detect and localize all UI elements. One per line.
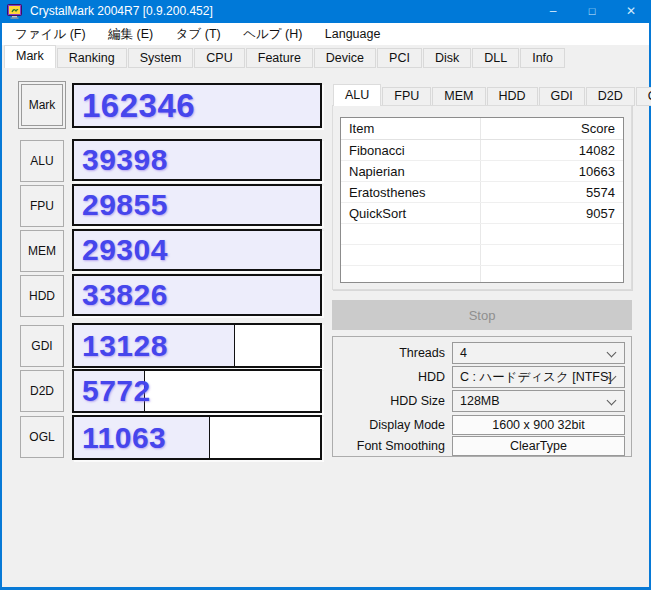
maximize-button[interactable]: □	[572, 0, 612, 23]
tab-dll[interactable]: DLL	[472, 48, 519, 68]
d2d-score-value: 5772	[82, 374, 151, 408]
font-smoothing-button[interactable]: ClearType	[452, 436, 625, 456]
display-mode-label: Display Mode	[333, 415, 445, 435]
row-item: Napierian	[349, 164, 405, 179]
font-smoothing-row: Font Smoothing ClearType	[333, 436, 631, 456]
minimize-button[interactable]: –	[533, 0, 573, 23]
row-score: 10663	[579, 164, 615, 179]
hdd-select[interactable]: C : ハードディスク [NTFS]	[452, 366, 625, 388]
menu-bar: ファイル (F) 編集 (E) タブ (T) ヘルプ (H) Language	[0, 23, 651, 45]
table-row[interactable]: QuickSort 9057	[341, 203, 623, 224]
mark-score-value: 162346	[82, 87, 195, 125]
mark-button-frame: Mark	[18, 81, 66, 129]
alu-score-box: 39398	[72, 139, 322, 181]
fpu-run-button[interactable]: FPU	[20, 185, 64, 227]
title-bar: CrystalMark 2004R7 [0.9.200.452] – □ ✕	[0, 0, 651, 23]
result-table: Item Score Fibonacci 14082 Napierian 106…	[340, 117, 624, 283]
mem-score-box: 29304	[72, 229, 322, 271]
ogl-score-value: 11063	[82, 421, 166, 455]
tab-disk[interactable]: Disk	[423, 48, 471, 68]
table-row-empty	[341, 224, 623, 245]
stop-button[interactable]: Stop	[332, 300, 632, 330]
hdd-run-button[interactable]: HDD	[20, 275, 64, 317]
tab-pci[interactable]: PCI	[377, 48, 422, 68]
detail-tab-strip: ALU FPU MEM HDD GDI D2D OGL	[333, 84, 651, 106]
hdd-score-value: 33826	[82, 278, 168, 312]
detail-tab-alu[interactable]: ALU	[333, 84, 381, 106]
app-icon	[7, 4, 24, 19]
threads-select[interactable]: 4	[452, 342, 625, 364]
main-tab-strip: Mark Ranking System CPU Feature Device P…	[2, 46, 649, 68]
mark-run-button[interactable]: Mark	[21, 84, 63, 126]
table-row[interactable]: Fibonacci 14082	[341, 140, 623, 161]
hdd-row: HDD C : ハードディスク [NTFS]	[333, 366, 631, 388]
detail-tab-gdi[interactable]: GDI	[539, 87, 585, 106]
tab-feature[interactable]: Feature	[246, 48, 313, 68]
hdd-label: HDD	[333, 366, 445, 388]
table-row[interactable]: Eratosthenes 5574	[341, 182, 623, 203]
table-row[interactable]: Napierian 10663	[341, 161, 623, 182]
tab-mark[interactable]: Mark	[4, 45, 56, 68]
menu-tab[interactable]: タブ (T)	[167, 23, 230, 45]
hdd-size-row: HDD Size 128MB	[333, 390, 631, 412]
threads-label: Threads	[333, 342, 445, 364]
alu-run-button[interactable]: ALU	[20, 140, 64, 182]
column-header-score: Score	[581, 121, 615, 136]
hdd-value: C : ハードディスク [NTFS]	[460, 370, 612, 384]
mem-run-button[interactable]: MEM	[20, 230, 64, 272]
hdd-size-select[interactable]: 128MB	[452, 390, 625, 412]
row-score: 9057	[586, 206, 615, 221]
gdi-score-box: 13128	[72, 323, 322, 368]
tab-system[interactable]: System	[128, 48, 194, 68]
table-row-empty	[341, 266, 623, 287]
mem-score-value: 29304	[82, 233, 168, 267]
tab-cpu[interactable]: CPU	[194, 48, 244, 68]
display-mode-button[interactable]: 1600 x 900 32bit	[452, 415, 625, 435]
chevron-down-icon	[607, 348, 617, 358]
ogl-run-button[interactable]: OGL	[20, 416, 64, 458]
row-item: Eratosthenes	[349, 185, 426, 200]
row-item: QuickSort	[349, 206, 406, 221]
gdi-score-value: 13128	[82, 329, 168, 363]
hdd-size-label: HDD Size	[333, 390, 445, 412]
display-mode-row: Display Mode 1600 x 900 32bit	[333, 415, 631, 435]
menu-edit[interactable]: 編集 (E)	[99, 23, 162, 45]
tab-ranking[interactable]: Ranking	[57, 48, 127, 68]
menu-file[interactable]: ファイル (F)	[6, 23, 95, 45]
hdd-score-box: 33826	[72, 274, 322, 316]
menu-help[interactable]: ヘルプ (H)	[234, 23, 311, 45]
gdi-run-button[interactable]: GDI	[20, 325, 64, 367]
threads-row: Threads 4	[333, 342, 631, 364]
mark-score-box: 162346	[72, 83, 322, 128]
tab-info[interactable]: Info	[520, 48, 565, 68]
hdd-size-value: 128MB	[460, 394, 500, 408]
d2d-score-box: 5772	[72, 369, 322, 413]
threads-value: 4	[460, 346, 467, 360]
app-window: CrystalMark 2004R7 [0.9.200.452] – □ ✕ フ…	[0, 0, 651, 590]
alu-score-value: 39398	[82, 143, 168, 177]
fpu-score-box: 29855	[72, 184, 322, 226]
close-button[interactable]: ✕	[611, 0, 651, 23]
d2d-run-button[interactable]: D2D	[20, 370, 64, 412]
detail-tab-fpu[interactable]: FPU	[382, 87, 431, 106]
font-smoothing-label: Font Smoothing	[333, 436, 445, 456]
window-title: CrystalMark 2004R7 [0.9.200.452]	[30, 0, 213, 23]
row-score: 5574	[586, 185, 615, 200]
row-item: Fibonacci	[349, 143, 405, 158]
menu-language[interactable]: Language	[316, 24, 390, 46]
table-row-empty	[341, 245, 623, 266]
detail-tab-d2d[interactable]: D2D	[586, 87, 635, 106]
tab-device[interactable]: Device	[314, 48, 376, 68]
detail-tab-ogl[interactable]: OGL	[636, 87, 651, 106]
table-header: Item Score	[341, 118, 623, 140]
ogl-score-box: 11063	[72, 415, 322, 460]
settings-group: Threads 4 HDD C : ハードディスク [NTFS] HDD Siz…	[332, 336, 632, 457]
fpu-score-value: 29855	[82, 188, 168, 222]
detail-tab-hdd[interactable]: HDD	[487, 87, 538, 106]
column-header-item: Item	[349, 121, 374, 136]
chevron-down-icon	[607, 396, 617, 406]
detail-tab-mem[interactable]: MEM	[432, 87, 485, 106]
row-score: 14082	[579, 143, 615, 158]
